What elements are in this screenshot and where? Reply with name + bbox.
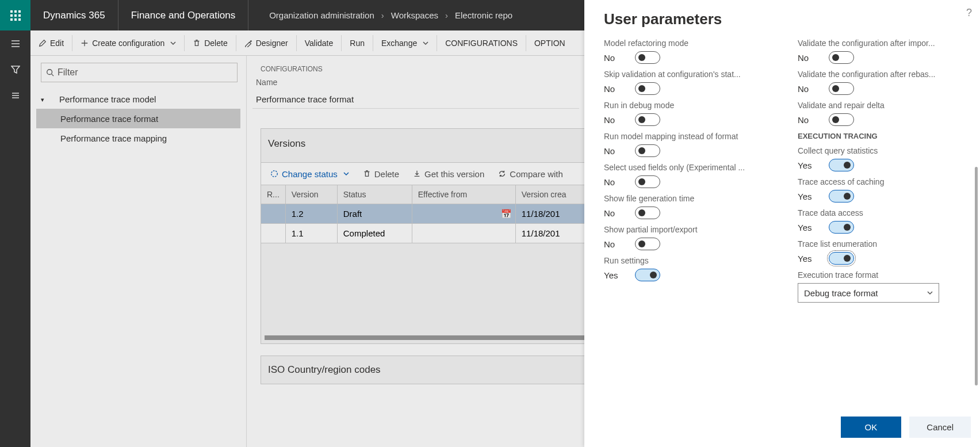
col-version[interactable]: Version <box>285 185 337 204</box>
user-parameters-panel: ? User parameters Model refactoring mode… <box>584 0 980 447</box>
svg-point-9 <box>47 70 52 75</box>
create-config-button[interactable]: Create configuration <box>72 30 184 56</box>
app-launcher-button[interactable] <box>0 0 30 30</box>
edit-button[interactable]: Edit <box>30 30 72 56</box>
designer-button[interactable]: Designer <box>236 30 296 56</box>
options-button[interactable]: OPTION <box>526 30 573 56</box>
toggle-label: Show partial import/export <box>604 225 771 234</box>
toggle-switch[interactable] <box>635 238 660 250</box>
toggle-value: No <box>798 84 813 94</box>
toggle-switch[interactable] <box>829 159 854 171</box>
designer-icon <box>244 39 252 47</box>
toggle-switch[interactable] <box>635 269 660 281</box>
toggle-switch[interactable] <box>829 82 854 95</box>
panel-right-column: Validate the configuration after impor..… <box>798 39 965 372</box>
delete-button[interactable]: Delete <box>185 30 235 56</box>
breadcrumb-item[interactable]: Electronic repo <box>451 10 516 20</box>
configurations-button[interactable]: CONFIGURATIONS <box>437 30 526 56</box>
trash-icon <box>363 170 371 178</box>
field-value-name[interactable]: Performance trace format <box>252 90 579 109</box>
spinner-icon <box>270 170 278 178</box>
chevron-right-icon: › <box>378 10 388 20</box>
ok-button[interactable]: OK <box>841 417 902 438</box>
toggle-label: Collect query statistics <box>798 146 965 155</box>
toggle-switch[interactable] <box>829 190 854 203</box>
change-status-button[interactable]: Change status <box>263 162 356 185</box>
help-button[interactable]: ? <box>966 7 972 19</box>
toggle-label: Show file generation time <box>604 194 771 203</box>
col-r[interactable]: R... <box>261 185 285 204</box>
brand-module[interactable]: Finance and Operations <box>118 0 248 30</box>
validate-button[interactable]: Validate <box>297 30 342 56</box>
chevron-right-icon: › <box>442 10 451 20</box>
cancel-button[interactable]: Cancel <box>909 417 971 438</box>
search-icon <box>46 68 54 77</box>
svg-rect-8 <box>18 18 21 21</box>
toggle-switch[interactable] <box>635 113 660 126</box>
toggle-value: Yes <box>604 270 619 280</box>
col-effective[interactable]: Effective from <box>412 185 515 204</box>
funnel-icon <box>11 65 20 74</box>
toggle-switch[interactable] <box>635 175 660 188</box>
list-button[interactable] <box>0 82 30 108</box>
get-version-button[interactable]: Get this version <box>406 162 491 185</box>
hamburger-button[interactable] <box>0 30 30 56</box>
tree-root-item[interactable]: ▾ Performance trace model <box>36 89 240 109</box>
toggle-switch[interactable] <box>635 144 660 157</box>
panel-left-column: Model refactoring mode No Skip validatio… <box>604 39 771 372</box>
toggle-label: Trace data access <box>798 208 965 217</box>
toggle-value: Yes <box>798 254 813 263</box>
toggle-switch[interactable] <box>635 82 660 95</box>
toggle-label: Validate the configuration after impor..… <box>798 39 965 48</box>
tree-child-item[interactable]: Performance trace format <box>36 109 240 128</box>
tree-child-item[interactable]: Performance trace mapping <box>36 128 240 148</box>
calendar-icon[interactable]: 📅 <box>501 209 512 219</box>
toggle-label: Select used fields only (Experimental ..… <box>604 163 771 172</box>
waffle-icon <box>10 10 21 21</box>
toggle-switch[interactable] <box>829 221 854 234</box>
col-status[interactable]: Status <box>337 185 412 204</box>
svg-point-10 <box>271 171 278 177</box>
run-button[interactable]: Run <box>342 30 373 56</box>
group-heading-execution-tracing: EXECUTION TRACING <box>798 132 965 140</box>
toggle-value: No <box>604 177 619 187</box>
toggle-switch[interactable] <box>829 51 854 64</box>
download-icon <box>413 170 421 178</box>
breadcrumb: Organization administration › Workspaces… <box>248 10 516 20</box>
chevron-down-icon: ▾ <box>41 96 44 104</box>
breadcrumb-item[interactable]: Workspaces <box>388 10 442 20</box>
panel-footer: OK Cancel <box>841 417 971 438</box>
toggle-switch[interactable] <box>829 113 854 126</box>
svg-rect-0 <box>10 10 13 13</box>
version-delete-button[interactable]: Delete <box>356 162 406 185</box>
toggle-label: Validate the configuration after rebas..… <box>798 70 965 79</box>
field-label-trace-format: Execution trace format <box>798 270 965 280</box>
toggle-value: No <box>604 208 619 218</box>
svg-rect-5 <box>18 14 21 17</box>
toggle-value: No <box>798 53 813 63</box>
exchange-button[interactable]: Exchange <box>373 30 437 56</box>
trash-icon <box>193 39 201 47</box>
chevron-down-icon <box>170 40 176 46</box>
toggle-label: Skip validation at configuration's stat.… <box>604 70 771 79</box>
filter-input[interactable]: Filter <box>41 63 238 82</box>
field-label-name: Name <box>256 77 579 90</box>
svg-rect-3 <box>10 14 13 17</box>
toggle-switch[interactable] <box>829 252 854 265</box>
panel-title: User parameters <box>604 10 965 28</box>
brand-dynamics[interactable]: Dynamics 365 <box>30 0 118 30</box>
filter-placeholder: Filter <box>58 67 78 78</box>
toggle-label: Run in debug mode <box>604 101 771 110</box>
toggle-switch[interactable] <box>635 207 660 219</box>
svg-rect-1 <box>14 10 17 13</box>
chevron-down-icon <box>927 290 933 296</box>
toggle-label: Model refactoring mode <box>604 39 771 48</box>
toggle-value: No <box>604 53 619 63</box>
compare-button[interactable]: Compare with <box>491 162 570 185</box>
breadcrumb-item[interactable]: Organization administration <box>266 10 378 20</box>
toggle-value: No <box>604 146 619 156</box>
scrollbar[interactable] <box>975 167 978 385</box>
filter-button[interactable] <box>0 56 30 82</box>
trace-format-select[interactable]: Debug trace format <box>798 283 939 303</box>
toggle-switch[interactable] <box>635 51 660 64</box>
